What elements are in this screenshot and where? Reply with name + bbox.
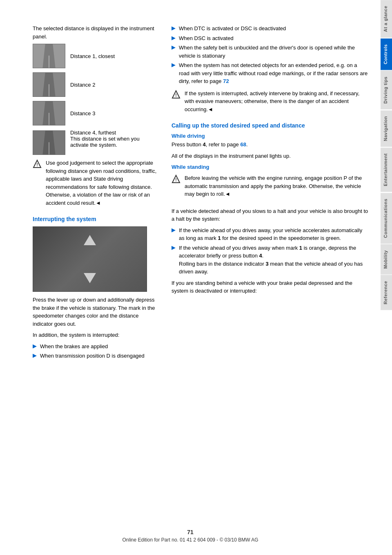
distance-item-2: Distance 2 bbox=[33, 72, 159, 97]
distance-item-1: Distance 1, closest bbox=[33, 44, 159, 68]
warning-triangle-icon: ! bbox=[33, 159, 42, 168]
while-driving-text: Press button 4, refer to page 68. bbox=[172, 141, 368, 149]
calling-up-heading: Calling up the stored desired speed and … bbox=[172, 122, 368, 129]
distance-label-4: Distance 4, furthestThis distance is set… bbox=[70, 130, 159, 148]
bullet-arrow-icon-2: ▶ bbox=[33, 352, 37, 358]
interrupting-body-1: Press the lever up or down and additiona… bbox=[33, 296, 159, 328]
footer-text: Online Edition for Part no. 01 41 2 604 … bbox=[122, 537, 258, 543]
interrupting-heading: Interrupting the system bbox=[33, 216, 159, 222]
final-text: If you are standing behind a vehicle wit… bbox=[172, 279, 368, 295]
bullet-dtc-text: When DTC is activated or DSC is deactiva… bbox=[179, 25, 286, 33]
sidebar-tab-entertainment[interactable]: Entertainment bbox=[381, 148, 392, 192]
warning-triangle-icon-3: ! bbox=[172, 175, 180, 184]
sidebar-tab-reference[interactable]: Reference bbox=[381, 275, 392, 310]
warning-box-1: ! Use good judgement to select the appro… bbox=[33, 159, 159, 210]
bullet-arrow-dsc: ▶ bbox=[172, 35, 176, 41]
bullet-no-objects: ▶ When the system has not detected objec… bbox=[172, 61, 368, 85]
bullet-dsc-activated: ▶ When DSC is activated bbox=[172, 34, 368, 43]
interrupting-image bbox=[33, 226, 147, 292]
bullet-drives-away-orange: ▶ If the vehicle ahead of you drives awa… bbox=[172, 244, 368, 276]
bullet-arrow-belt: ▶ bbox=[172, 44, 176, 50]
while-driving-text2: All of the displays in the instrument pa… bbox=[172, 152, 368, 160]
bullet-transmission: ▶ When transmission position D is diseng… bbox=[33, 352, 159, 360]
sidebar-tab-communications[interactable]: Communications bbox=[381, 193, 392, 244]
sidebar: At a glance Controls Driving tips Naviga… bbox=[381, 0, 392, 555]
svg-text:!: ! bbox=[36, 162, 38, 167]
page-footer: 71 Online Edition for Part no. 01 41 2 6… bbox=[0, 529, 381, 543]
while-driving-heading: While driving bbox=[172, 133, 368, 139]
distance-label-2: Distance 2 bbox=[70, 82, 95, 88]
distance-item-3: Distance 3 bbox=[33, 101, 159, 125]
bullet-brakes: ▶ When the brakes are applied bbox=[33, 342, 159, 351]
warning-text-2: If the system is interrupted, actively i… bbox=[185, 90, 368, 114]
sidebar-tab-navigation[interactable]: Navigation bbox=[381, 110, 392, 147]
bullet-brakes-text: When the brakes are applied bbox=[40, 342, 108, 351]
page-number: 71 bbox=[0, 529, 381, 535]
distance-label-3: Distance 3 bbox=[70, 110, 95, 116]
while-standing-heading: While standing bbox=[172, 164, 368, 170]
distance-label-1: Distance 1, closest bbox=[70, 53, 115, 59]
bullet-orange-text: If the vehicle ahead of you drives away … bbox=[179, 244, 368, 276]
distance-image-4 bbox=[33, 130, 65, 155]
bullet-dsc-text: When DSC is activated bbox=[179, 34, 234, 43]
distance-image-2 bbox=[33, 72, 65, 97]
distance-item-4: Distance 4, furthestThis distance is set… bbox=[33, 130, 159, 155]
bullet-arrow-orange: ▶ bbox=[172, 244, 176, 251]
svg-text:!: ! bbox=[175, 177, 177, 182]
warning-text-3: Before leaving the vehicle with the engi… bbox=[185, 174, 368, 198]
bullet-arrow-green: ▶ bbox=[172, 227, 176, 233]
bullet-belt-text: When the safety belt is unbuckled and th… bbox=[179, 44, 368, 60]
arrow-down-icon bbox=[84, 273, 96, 283]
warning-box-3: ! Before leaving the vehicle with the en… bbox=[172, 174, 368, 201]
bullet-arrow-icon: ▶ bbox=[33, 343, 37, 349]
sidebar-tab-controls[interactable]: Controls bbox=[381, 38, 392, 70]
svg-text:!: ! bbox=[175, 93, 177, 98]
bullet-obj-text: When the system has not detected objects… bbox=[179, 61, 368, 85]
bullet-drives-away-green: ▶ If the vehicle ahead of you drives awa… bbox=[172, 226, 368, 242]
while-standing-body: If a vehicle detected ahead of you slows… bbox=[172, 207, 368, 223]
warning-text-1: Use good judgement to select the appropr… bbox=[46, 159, 159, 207]
interrupting-body-2: In addition, the system is interrupted: bbox=[33, 331, 159, 339]
distance-image-1 bbox=[33, 44, 65, 68]
bullet-green-text: If the vehicle ahead of you drives away,… bbox=[179, 226, 368, 242]
warning-box-2: ! If the system is interrupted, actively… bbox=[172, 90, 368, 117]
sidebar-tab-driving-tips[interactable]: Driving tips bbox=[381, 71, 392, 110]
distance-image-3 bbox=[33, 101, 65, 125]
arrow-up-icon bbox=[84, 235, 96, 245]
warning-triangle-icon-2: ! bbox=[172, 90, 180, 99]
bullet-dtc: ▶ When DTC is activated or DSC is deacti… bbox=[172, 25, 368, 33]
bullet-arrow-dtc: ▶ bbox=[172, 25, 176, 31]
bullet-transmission-text: When transmission position D is disengag… bbox=[40, 352, 145, 360]
intro-text: The selected distance is displayed in th… bbox=[33, 25, 159, 40]
bullet-safety-belt: ▶ When the safety belt is unbuckled and … bbox=[172, 44, 368, 60]
sidebar-tab-mobility[interactable]: Mobility bbox=[381, 244, 392, 275]
bullet-arrow-obj: ▶ bbox=[172, 62, 176, 68]
sidebar-tab-at-a-glance[interactable]: At a glance bbox=[381, 0, 392, 38]
